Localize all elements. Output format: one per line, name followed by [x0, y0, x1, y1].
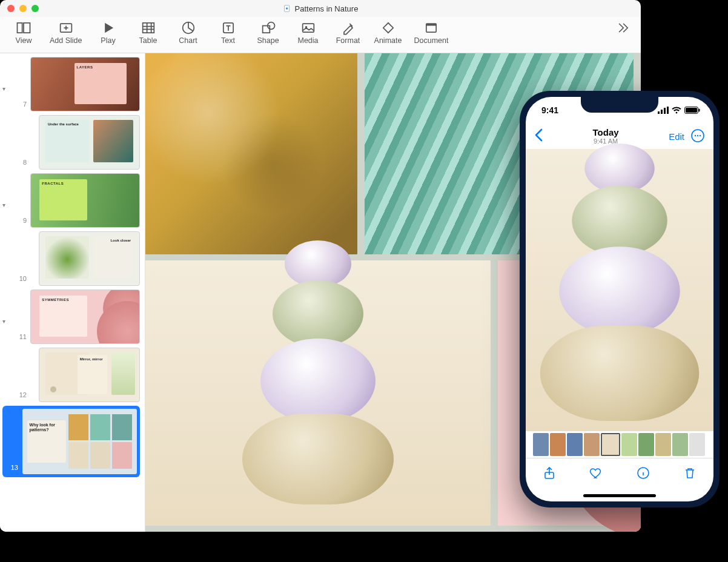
edit-button[interactable]: Edit [669, 131, 684, 142]
play-button[interactable]: Play [92, 18, 125, 46]
animate-icon [380, 19, 397, 36]
more-button[interactable] [690, 128, 705, 145]
svg-rect-13 [426, 24, 436, 26]
wifi-icon [672, 107, 681, 114]
canvas-image-urchins[interactable] [145, 260, 491, 526]
media-button[interactable]: Media [292, 18, 325, 46]
back-button[interactable] [534, 128, 543, 144]
share-icon [542, 466, 557, 480]
slide-thumbnail[interactable]: ▾ 11 SYMMETRIES [2, 289, 140, 344]
canvas-image-honeycomb[interactable] [145, 53, 357, 254]
heart-icon [589, 466, 603, 480]
slide-number: 10 [13, 275, 27, 286]
svg-rect-8 [262, 26, 270, 33]
window-controls [7, 5, 39, 12]
status-time: 9:41 [541, 105, 558, 115]
slide-thumbnail[interactable]: ▾ 7 LAYERS [2, 57, 140, 111]
slide-thumbnail[interactable]: 10 Look closer [2, 231, 140, 286]
photo-detail[interactable] [526, 149, 713, 431]
iphone-device: 9:41 Today 9:41 AM Edit [520, 91, 720, 507]
document-button[interactable]: Document [412, 18, 451, 46]
animate-button[interactable]: Animate [372, 18, 405, 46]
add-slide-button[interactable]: Add Slide [47, 18, 85, 46]
chevrons-right-icon [614, 19, 631, 36]
photo-filmstrip[interactable] [526, 431, 713, 458]
svg-rect-14 [658, 111, 660, 114]
text-button[interactable]: Text [212, 18, 245, 46]
document-inspector-icon [423, 19, 440, 36]
close-button[interactable] [7, 5, 15, 12]
share-button[interactable] [542, 466, 557, 483]
slide-number: 8 [13, 159, 27, 170]
info-button[interactable] [636, 466, 650, 483]
slide-number: 13 [5, 464, 18, 475]
home-indicator[interactable] [526, 489, 713, 501]
slide-number: 12 [13, 391, 27, 402]
chevron-left-icon [534, 128, 543, 142]
slide-number: 7 [13, 101, 27, 111]
photos-toolbar [526, 458, 713, 489]
svg-rect-16 [664, 108, 666, 114]
text-icon [220, 19, 237, 36]
svg-rect-5 [142, 23, 154, 33]
media-icon [300, 19, 317, 36]
slide-thumbnail-selected[interactable]: 13 Why look for patterns? [2, 406, 140, 477]
shape-button[interactable]: Shape [252, 18, 285, 46]
cellular-icon [658, 107, 669, 114]
iphone-screen: 9:41 Today 9:41 AM Edit [526, 97, 713, 501]
svg-point-1 [286, 7, 288, 10]
window-title: Patterns in Nature [283, 4, 359, 13]
titlebar: Patterns in Nature [0, 0, 641, 17]
disclosure-triangle-icon[interactable]: ▾ [2, 202, 10, 228]
table-icon [140, 19, 157, 36]
slide-number: 11 [13, 333, 27, 344]
svg-rect-15 [661, 110, 663, 114]
format-button[interactable]: Format [332, 18, 365, 46]
info-icon [636, 466, 650, 480]
svg-rect-17 [667, 107, 669, 114]
document-title: Patterns in Nature [295, 4, 359, 13]
svg-point-22 [695, 134, 696, 136]
format-icon [340, 19, 357, 36]
notch [581, 97, 658, 113]
nav-title: Today 9:41 AM [543, 128, 669, 145]
shape-icon [260, 19, 277, 36]
svg-rect-2 [18, 23, 22, 33]
slide-thumbnail[interactable]: ▾ 9 FRACTALS [2, 173, 140, 228]
add-slide-icon [58, 19, 74, 36]
document-icon [283, 4, 291, 13]
disclosure-triangle-icon[interactable]: ▾ [2, 318, 10, 344]
battery-icon [684, 107, 700, 114]
svg-rect-20 [699, 109, 700, 112]
slide-thumbnail[interactable]: 12 Mirror, mirror [2, 348, 140, 402]
svg-point-24 [700, 134, 701, 136]
delete-button[interactable] [683, 466, 697, 483]
disclosure-triangle-icon[interactable]: ▾ [2, 85, 10, 111]
chart-icon [180, 19, 197, 36]
table-button[interactable]: Table [132, 18, 165, 46]
slide-number: 9 [13, 217, 27, 228]
toolbar-overflow-button[interactable] [612, 18, 634, 38]
view-button[interactable]: View [7, 18, 40, 46]
zoom-button[interactable] [31, 5, 39, 12]
chart-button[interactable]: Chart [172, 18, 205, 46]
svg-rect-3 [24, 23, 30, 33]
play-icon [100, 19, 117, 36]
minimize-button[interactable] [19, 5, 27, 12]
svg-point-23 [697, 134, 698, 136]
ellipsis-circle-icon [690, 128, 705, 143]
svg-rect-10 [302, 24, 314, 32]
favorite-button[interactable] [589, 466, 603, 483]
view-icon [15, 19, 32, 36]
trash-icon [683, 466, 697, 480]
slide-thumbnail[interactable]: 8 Under the surface [2, 115, 140, 170]
toolbar: View Add Slide Play Table Chart Text Sha… [0, 17, 641, 53]
svg-rect-19 [686, 108, 697, 113]
slide-navigator[interactable]: ▾ 7 LAYERS 8 Under the surface [0, 53, 145, 532]
